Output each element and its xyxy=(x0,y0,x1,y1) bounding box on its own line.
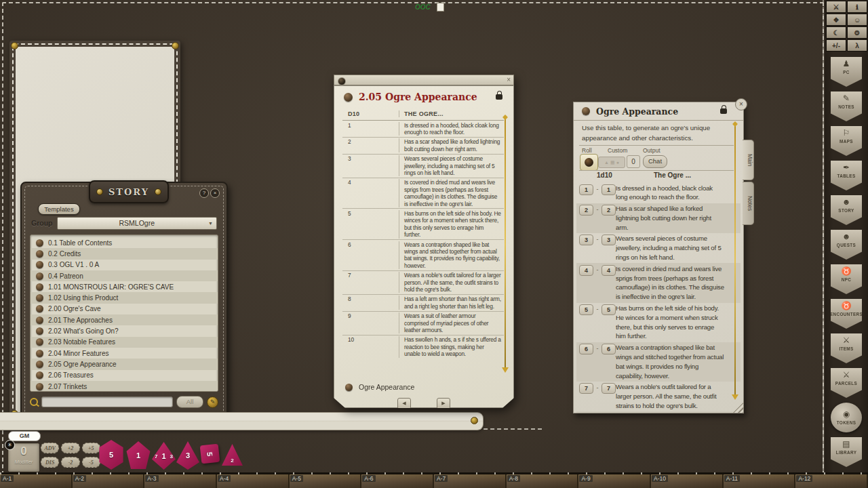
custom-modifier-field[interactable]: 0 xyxy=(627,155,640,168)
list-item[interactable]: 2.00 Ogre's Cave xyxy=(31,304,218,314)
list-item[interactable]: 1.01 MONSTROUS LAIR: OGRE'S CAVE xyxy=(31,281,218,292)
roll-cell: 2 xyxy=(342,138,399,152)
sidebar-item-notes[interactable]: ✎ NOTES xyxy=(831,92,862,121)
utility-button[interactable]: ❖ xyxy=(826,14,846,26)
templates-button[interactable]: Templates xyxy=(38,203,80,215)
prev-page-button[interactable]: ◀ xyxy=(397,398,411,409)
lock-icon[interactable] xyxy=(496,94,502,100)
utility-button[interactable]: +/- xyxy=(826,39,846,52)
group-dropdown[interactable]: RSMLOgre ▼ xyxy=(57,217,218,230)
range-dash: - xyxy=(593,382,601,393)
table-link-icon xyxy=(345,384,353,391)
list-item[interactable]: 2.01 The Approaches xyxy=(31,314,218,325)
entry-label: 2.01 The Approaches xyxy=(48,317,113,324)
d10-die[interactable]: 7 1 3 xyxy=(152,442,176,470)
sidebar-item-tokens[interactable]: ◉ TOKENS xyxy=(831,403,862,432)
d20-die[interactable]: 5 xyxy=(98,440,125,470)
range-from-field[interactable]: 4 xyxy=(579,265,593,276)
list-item[interactable]: 0.4 Patreon xyxy=(31,270,218,281)
range-to-field[interactable]: 4 xyxy=(601,265,616,276)
modifier-button[interactable]: -2 xyxy=(61,457,79,468)
story-title-plaque[interactable]: STORY xyxy=(89,180,169,203)
range-dash: - xyxy=(593,343,601,354)
close-button[interactable]: × xyxy=(210,188,220,198)
filter-all-button[interactable]: All xyxy=(176,396,203,408)
linked-table-entry[interactable]: Ogre Appearance xyxy=(345,383,414,391)
d12-die[interactable]: 1 xyxy=(125,441,151,469)
sidebar-item-items[interactable]: ⚔ ITEMS xyxy=(831,333,862,363)
utility-button[interactable]: ⚔ xyxy=(826,1,846,13)
lock-icon[interactable] xyxy=(720,108,727,114)
search-input[interactable] xyxy=(41,396,173,407)
list-item[interactable]: 2.02 What's Going On? xyxy=(31,325,218,336)
sidebar-item-maps[interactable]: ⚐ MAPS xyxy=(831,126,862,156)
utility-button[interactable]: ⚙ xyxy=(847,26,867,39)
utility-button[interactable]: ☺ xyxy=(847,14,867,26)
table-row: 6 - 6 Wears a contraption shaped like ba… xyxy=(576,342,741,382)
close-icon[interactable]: × xyxy=(507,76,511,83)
sidebar-item-story[interactable]: ☻ STORY xyxy=(831,195,862,225)
banner-label: TOKENS xyxy=(837,420,856,425)
sidebar-item-quests[interactable]: ☻ QUESTS xyxy=(831,230,862,260)
tab-main[interactable]: Main xyxy=(743,140,754,180)
roll-dice-button[interactable] xyxy=(580,154,598,171)
list-item[interactable]: 2.04 Minor Features xyxy=(31,348,218,359)
scroll-ornament[interactable] xyxy=(505,117,506,371)
window-title-bar[interactable]: Ogre Appearance xyxy=(574,102,743,121)
range-from-field[interactable]: 3 xyxy=(579,235,593,245)
sidebar-item-encounters[interactable]: ♉ ENCOUNTERS xyxy=(831,299,862,329)
utility-button[interactable]: ☾ xyxy=(826,26,846,39)
list-item[interactable]: 0.1 Table of Contents xyxy=(31,237,218,248)
d4-die[interactable]: 2 xyxy=(222,444,243,466)
utility-button[interactable]: λ xyxy=(847,39,867,52)
d6-die[interactable]: 5 xyxy=(200,444,220,464)
range-from-field[interactable]: 6 xyxy=(579,344,593,354)
sidebar-banner-list: ♟ PC ✎ NOTES ⚐ MAPS ✒ TABLES ☻ STORY ☻ Q… xyxy=(831,57,862,467)
list-item[interactable]: 2.05 Ogre Appearance xyxy=(31,359,218,369)
list-item[interactable]: 1.02 Using this Product xyxy=(31,292,218,303)
list-item[interactable]: 0.3 OGL V1 . 0 A xyxy=(31,260,218,270)
modifier-button[interactable]: DIS xyxy=(41,457,59,468)
custom-dice-group[interactable]: ▲ ▦ ● xyxy=(598,157,625,168)
edit-pencil-button[interactable]: ✎ xyxy=(207,396,218,408)
list-item[interactable]: 0.2 Credits xyxy=(31,248,218,259)
modifier-box[interactable]: ✳ 0 Modifier xyxy=(8,443,39,472)
d8-die[interactable]: 3 xyxy=(176,441,199,470)
close-button[interactable]: × xyxy=(735,98,747,110)
help-button[interactable]: ? xyxy=(199,188,209,198)
range-from-field[interactable]: 2 xyxy=(579,205,593,216)
list-item[interactable]: 2.07 Trinkets xyxy=(31,381,218,392)
range-to-field[interactable]: 3 xyxy=(601,235,616,245)
range-to-field[interactable]: 7 xyxy=(601,383,616,394)
window-drag-bar[interactable]: × xyxy=(334,75,514,85)
result-cell: Has a left arm shorter than has right ar… xyxy=(399,296,504,310)
list-item[interactable]: 2.03 Notable Features xyxy=(31,337,218,348)
entry-bullet-icon xyxy=(36,272,43,280)
output-chat-button[interactable]: Chat xyxy=(643,155,667,168)
gm-speaker-tab[interactable]: GM xyxy=(8,431,41,441)
sidebar-item-parcels[interactable]: ⚔ PARCELS xyxy=(831,368,862,398)
story-link-icon[interactable] xyxy=(344,93,353,102)
sidebar-item-library[interactable]: ▤ LIBRARY xyxy=(831,437,862,467)
search-icon xyxy=(30,398,38,406)
range-from-field[interactable]: 7 xyxy=(579,383,593,394)
modifier-button[interactable]: ADV xyxy=(41,443,59,453)
modifier-button[interactable]: +2 xyxy=(61,443,79,453)
range-to-field[interactable]: 1 xyxy=(601,184,616,195)
sidebar-item-tables[interactable]: ✒ TABLES xyxy=(831,161,862,190)
swords-icon: ⚔ xyxy=(833,3,840,11)
dice-tray: 5 1 7 1 3 3 5 2 xyxy=(98,439,240,473)
sidebar-item-pc[interactable]: ♟ PC xyxy=(831,57,862,87)
range-to-field[interactable]: 6 xyxy=(601,344,616,354)
range-from-field[interactable]: 5 xyxy=(579,304,593,315)
next-page-button[interactable]: ▶ xyxy=(437,398,450,409)
range-from-field[interactable]: 1 xyxy=(579,184,593,195)
range-to-field[interactable]: 5 xyxy=(601,304,616,315)
range-to-field[interactable]: 2 xyxy=(601,205,616,216)
sidebar-item-npc[interactable]: ♉ NPC xyxy=(831,264,862,294)
scroll-ornament[interactable] xyxy=(734,124,736,398)
utility-button[interactable]: ℹ xyxy=(847,1,867,13)
list-item[interactable]: 2.06 Treasures xyxy=(31,370,218,381)
tab-notes[interactable]: Notes xyxy=(743,182,754,225)
chat-entry-bar[interactable] xyxy=(0,412,484,430)
